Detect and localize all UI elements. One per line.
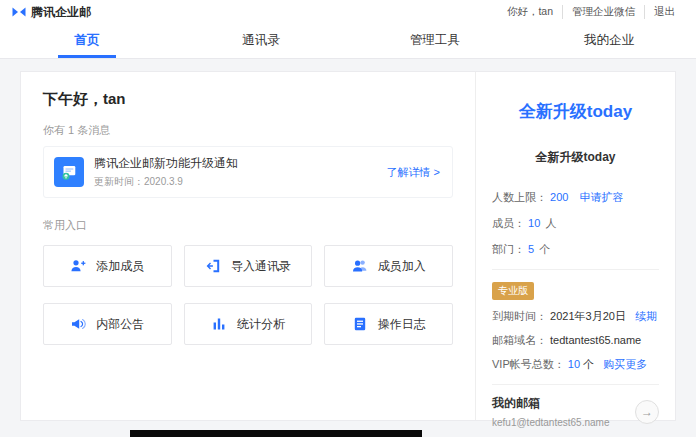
plan-label: 到期时间： [492, 310, 547, 322]
stat-value: 10 [528, 217, 540, 229]
shortcut-label: 统计分析 [237, 316, 285, 333]
stat-departments: 部门： 5 个 [492, 242, 659, 257]
upgrade-notice-icon [54, 157, 84, 187]
upgrade-notice-row: 腾讯企业邮新功能升级通知 更新时间：2020.3.9 了解详情 > [43, 146, 453, 198]
stat-members: 成员： 10 人 [492, 216, 659, 231]
promo-subtitle: 全新升级today [492, 149, 659, 166]
app-logo-text: 腾讯企业邮 [31, 4, 91, 21]
go-to-mailbox-button[interactable]: → [635, 400, 659, 424]
stat-label: 成员： [492, 217, 525, 229]
notice-details-link[interactable]: 了解详情 > [387, 165, 440, 180]
stat-value: 200 [550, 191, 568, 203]
import-contacts-icon [205, 258, 221, 274]
shortcut-label: 导入通讯录 [231, 258, 291, 275]
renew-link[interactable]: 续期 [635, 310, 657, 322]
plan-vip-count: VIP帐号总数： 10 个 购买更多 [492, 357, 659, 372]
exmail-logo-icon [12, 6, 26, 18]
my-mailbox-row: 我的邮箱 kefu1@tedtantest65.name → [492, 395, 659, 428]
operation-log-icon [352, 316, 368, 332]
user-greeting-link[interactable]: 你好，tan [498, 5, 562, 19]
shortcut-label: 操作日志 [378, 316, 426, 333]
left-panel: 下午好，tan 你有 1 条消息 腾讯企业邮新功能升级通知 更新时间：2020.… [21, 72, 475, 420]
shortcut-label: 添加成员 [96, 258, 144, 275]
member-join-icon [352, 258, 368, 274]
app-logo[interactable]: 腾讯企业邮 [12, 4, 91, 21]
shortcut-statistics[interactable]: 统计分析 [184, 303, 313, 345]
taskbar-fragment [130, 430, 422, 437]
content-area: 下午好，tan 你有 1 条消息 腾讯企业邮新功能升级通知 更新时间：2020.… [0, 59, 696, 437]
tab-admin-tools[interactable]: 管理工具 [348, 24, 522, 58]
main-card: 下午好，tan 你有 1 条消息 腾讯企业邮新功能升级通知 更新时间：2020.… [20, 71, 676, 421]
divider [492, 269, 659, 270]
shortcut-import-contacts[interactable]: 导入通讯录 [184, 245, 313, 287]
promo-title: 全新升级today [492, 100, 659, 123]
plan-value: tedtantest65.name [550, 334, 641, 346]
shortcut-announcement[interactable]: 内部公告 [43, 303, 172, 345]
topbar-links: 你好，tan 管理企业微信 退出 [498, 5, 684, 19]
plan-badge: 专业版 [492, 282, 534, 300]
shortcut-grid: 添加成员 导入通讯录 [43, 245, 453, 345]
shortcut-operation-log[interactable]: 操作日志 [324, 303, 453, 345]
topbar: 腾讯企业邮 你好，tan 管理企业微信 退出 [0, 0, 696, 24]
notice-title: 腾讯企业邮新功能升级通知 [94, 155, 238, 172]
tab-contacts[interactable]: 通讯录 [174, 24, 348, 58]
shortcuts-section-title: 常用入口 [43, 218, 453, 233]
stat-label: 部门： [492, 243, 525, 255]
right-sidebar: 全新升级today 全新升级today 人数上限： 200 申请扩容 成员： 1… [475, 72, 675, 420]
stat-suffix: 人 [545, 217, 556, 229]
notice-updated: 更新时间：2020.3.9 [94, 175, 238, 189]
shortcut-label: 内部公告 [96, 316, 144, 333]
plan-value: 2021年3月20日 [550, 310, 626, 322]
main-nav: 首页 通讯录 管理工具 我的企业 [0, 24, 696, 59]
buy-more-link[interactable]: 购买更多 [603, 358, 647, 370]
plan-label: VIP帐号总数： [492, 358, 565, 370]
add-member-icon [70, 258, 86, 274]
mailbox-text-block: 我的邮箱 kefu1@tedtantest65.name [492, 395, 629, 428]
page-greeting: 下午好，tan [43, 90, 453, 109]
stat-value: 5 [528, 243, 534, 255]
logout-link[interactable]: 退出 [644, 5, 684, 19]
plan-suffix: 个 [583, 358, 594, 370]
plan-expiry: 到期时间： 2021年3月20日 续期 [492, 309, 659, 324]
tab-my-company[interactable]: 我的企业 [522, 24, 696, 58]
shortcut-label: 成员加入 [378, 258, 426, 275]
manage-wechat-link[interactable]: 管理企业微信 [562, 5, 644, 19]
shortcut-member-join[interactable]: 成员加入 [324, 245, 453, 287]
right-arrow-icon: → [641, 405, 653, 419]
plan-value: 10 [568, 358, 580, 370]
mailbox-title: 我的邮箱 [492, 395, 629, 412]
plan-domain: 邮箱域名： tedtantest65.name [492, 333, 659, 348]
tab-home[interactable]: 首页 [0, 24, 174, 58]
message-count-text: 你有 1 条消息 [43, 123, 453, 138]
statistics-icon [211, 316, 227, 332]
expand-capacity-link[interactable]: 申请扩容 [579, 191, 623, 203]
divider [492, 384, 659, 385]
shortcut-add-member[interactable]: 添加成员 [43, 245, 172, 287]
stat-label: 人数上限： [492, 191, 547, 203]
plan-label: 邮箱域名： [492, 334, 547, 346]
stat-member-limit: 人数上限： 200 申请扩容 [492, 190, 659, 205]
mailbox-email: kefu1@tedtantest65.name [492, 417, 629, 428]
stat-suffix: 个 [539, 243, 550, 255]
notice-text-block: 腾讯企业邮新功能升级通知 更新时间：2020.3.9 [94, 155, 238, 189]
announcement-icon [70, 316, 86, 332]
